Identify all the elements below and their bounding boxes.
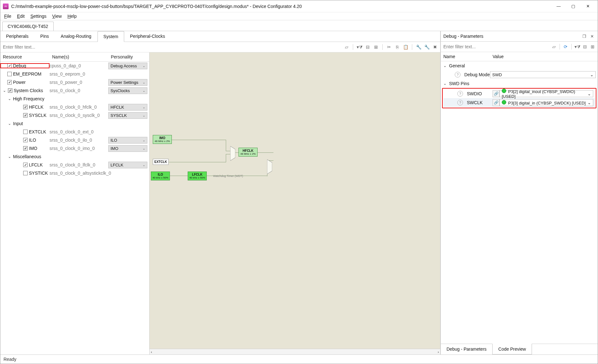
link-icon[interactable]: 🔗 xyxy=(493,99,500,106)
collapse-all-icon[interactable]: ⊟ xyxy=(582,44,588,50)
chevron-down-icon[interactable]: ⌄ xyxy=(443,81,447,86)
app-icon: dc xyxy=(3,3,9,9)
link-icon[interactable]: 🔗 xyxy=(493,90,500,97)
checkbox-lock-icon[interactable] xyxy=(23,146,28,151)
filter-icon[interactable]: ▾⧩ xyxy=(356,44,363,50)
checkbox-icon[interactable] xyxy=(7,80,12,84)
chevron-down-icon[interactable]: ⌄ xyxy=(7,121,12,126)
refresh-icon[interactable]: ⟳ xyxy=(562,44,569,50)
tree-name: srss_0_eeprom_0 xyxy=(50,71,108,77)
block-extclk[interactable]: EXTCLK xyxy=(153,159,169,165)
wrench2-icon[interactable]: 🔧 xyxy=(424,44,430,50)
chevron-down-icon[interactable]: ⌄ xyxy=(7,97,12,101)
help-icon[interactable]: ? xyxy=(457,91,463,97)
tree-imo[interactable]: IMO xyxy=(0,146,50,151)
tab-system[interactable]: System xyxy=(97,31,124,42)
tree-eeprom[interactable]: EM_EEPROM xyxy=(0,71,50,77)
chevron-down-icon[interactable]: ⌄ xyxy=(443,64,447,68)
expand-all-icon[interactable]: ⊞ xyxy=(373,44,379,50)
tab-analog-routing[interactable]: Analog-Routing xyxy=(55,31,97,42)
help-icon[interactable]: ? xyxy=(457,100,463,105)
device-tab[interactable]: CY8C4046LQI-T452 xyxy=(2,22,54,31)
swdio-select[interactable]: P3[2] digital_inout (CYBSP_SWDIO) [USED]… xyxy=(500,90,593,97)
checkbox-lock-icon[interactable] xyxy=(23,113,28,118)
checkbox-icon[interactable] xyxy=(23,130,28,134)
expand-all-icon[interactable]: ⊞ xyxy=(589,44,596,50)
chevron-down-icon: ⌄ xyxy=(143,114,145,117)
personality-select[interactable]: SYSCLK⌄ xyxy=(108,112,147,119)
menu-edit[interactable]: Edit xyxy=(17,14,25,19)
personality-select[interactable]: LFCLK⌄ xyxy=(108,162,147,168)
personality-select[interactable]: SysClocks⌄ xyxy=(108,87,147,94)
cut-icon[interactable]: ✂ xyxy=(386,44,392,50)
tree-name: srss_0_clock_0_hfclk_0 xyxy=(50,104,108,110)
tree-miscellaneous[interactable]: ⌄ Miscellaneous xyxy=(0,154,50,159)
chevron-down-icon: ⌄ xyxy=(143,163,145,167)
personality-select[interactable]: ILO⌄ xyxy=(108,137,147,144)
tree-name: srss_0_clock_0_ext_0 xyxy=(50,129,108,134)
checkbox-lock-icon[interactable] xyxy=(23,105,28,109)
maximize-button[interactable]: ▢ xyxy=(566,2,581,11)
tab-peripheral-clocks[interactable]: Peripheral-Clocks xyxy=(124,31,171,42)
personality-select[interactable]: IMO⌄ xyxy=(108,145,147,152)
menu-file[interactable]: File xyxy=(4,14,11,19)
section-general[interactable]: ⌄General xyxy=(441,61,598,70)
tree-systick[interactable]: SYSTICK xyxy=(0,171,50,176)
chevron-down-icon[interactable]: ⌄ xyxy=(2,88,7,93)
tree-hfclk[interactable]: HFCLK xyxy=(0,104,50,110)
personality-select[interactable]: HFCLK⌄ xyxy=(108,104,147,111)
tree-sysclk[interactable]: SYSCLK xyxy=(0,113,50,118)
menu-view[interactable]: View xyxy=(52,14,62,19)
bottom-tab-parameters[interactable]: Debug - Parameters xyxy=(441,344,492,354)
help-icon[interactable]: ? xyxy=(455,72,460,78)
tree-ilo[interactable]: ILO xyxy=(0,138,50,143)
tree-debug[interactable]: Debug xyxy=(0,63,50,68)
tab-peripherals[interactable]: Peripherals xyxy=(0,31,35,42)
block-imo[interactable]: IMO48 MHz ± 2% xyxy=(153,135,172,144)
checkbox-icon[interactable] xyxy=(23,171,28,175)
copy-icon[interactable]: ⎘ xyxy=(394,44,400,50)
block-lfclk[interactable]: LFCLK40 kHz ± 50% xyxy=(188,172,207,180)
menu-help[interactable]: Help xyxy=(67,14,77,19)
checkbox-icon[interactable] xyxy=(7,72,12,76)
tab-pins[interactable]: Pins xyxy=(35,31,55,42)
bottom-tab-code-preview[interactable]: Code Preview xyxy=(492,344,532,354)
minimize-button[interactable]: — xyxy=(551,2,566,11)
tree-system-clocks[interactable]: ⌄ System Clocks xyxy=(0,88,50,93)
personality-select[interactable]: Debug Access⌄ xyxy=(108,63,147,69)
checkbox-icon[interactable] xyxy=(7,64,12,68)
clock-diagram[interactable]: IMO48 MHz ± 2% EXTCLK HFCLK48 MHz ± 2% I… xyxy=(150,52,440,354)
block-hfclk[interactable]: HFCLK48 MHz ± 2% xyxy=(239,148,258,157)
checkbox-icon[interactable] xyxy=(23,163,28,167)
scrollbar[interactable]: ‹› xyxy=(150,349,440,354)
checkbox-lock-icon[interactable] xyxy=(8,88,12,93)
clear-filter-icon[interactable]: ▱ xyxy=(551,44,557,50)
filter-icon[interactable]: ▾⧩ xyxy=(574,44,581,50)
delete-icon[interactable]: ✖ xyxy=(432,44,438,50)
checkbox-icon[interactable] xyxy=(23,138,28,142)
swclk-select[interactable]: P3[3] digital_in (CYBSP_SWDCK) [USED] ⌄ xyxy=(500,99,593,106)
filter-input[interactable] xyxy=(2,43,341,51)
tree-high-frequency[interactable]: ⌄ High Frequency xyxy=(0,96,50,101)
chevron-down-icon[interactable]: ⌄ xyxy=(7,154,12,159)
block-ilo[interactable]: ILO40 kHz ± 50% xyxy=(151,172,170,180)
tree-input[interactable]: ⌄ Input xyxy=(0,121,50,126)
paste-icon[interactable]: 📋 xyxy=(402,44,409,50)
clear-filter-icon[interactable]: ▱ xyxy=(343,44,350,50)
param-filter-input[interactable] xyxy=(443,43,549,51)
personality-select[interactable]: Power Settings⌄ xyxy=(108,79,147,86)
debug-mode-select[interactable]: SWD⌄ xyxy=(490,71,596,78)
menu-settings[interactable]: Settings xyxy=(30,14,47,19)
chevron-down-icon: ⌄ xyxy=(143,105,145,109)
tree-extclk[interactable]: EXTCLK xyxy=(0,129,50,134)
close-button[interactable]: ✕ xyxy=(581,2,595,11)
close-panel-icon[interactable]: ✕ xyxy=(589,33,595,39)
section-swd-pins[interactable]: ⌄SWD Pins xyxy=(441,79,598,88)
collapse-all-icon[interactable]: ⊟ xyxy=(365,44,371,50)
tree-label: Power xyxy=(13,80,26,85)
wrench-icon[interactable]: 🔧 xyxy=(415,44,422,50)
tree-power[interactable]: Power xyxy=(0,80,50,85)
tree-lfclk[interactable]: LFCLK xyxy=(0,162,50,167)
tree-label: High Frequency xyxy=(13,96,44,101)
undock-icon[interactable]: ❐ xyxy=(581,33,588,39)
